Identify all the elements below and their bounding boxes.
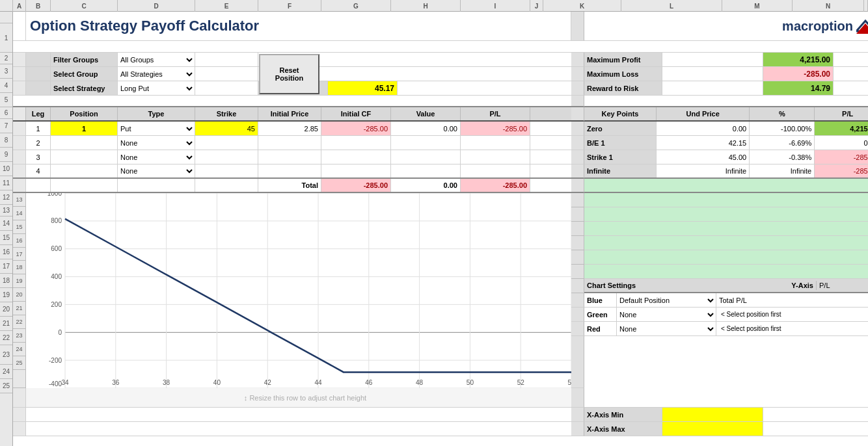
type3-cell[interactable]: NonePutCall: [118, 150, 195, 164]
col-d: D: [118, 0, 195, 12]
x-axis-max-label: X-Axis Max: [584, 422, 662, 436]
type3-select[interactable]: NonePutCall: [118, 153, 195, 162]
type-header: Type: [118, 107, 195, 120]
blue-left-dropdown[interactable]: Default Position: [617, 293, 716, 307]
col-j: J: [530, 0, 543, 12]
col-a: A: [13, 0, 26, 12]
total-value: 0.00: [391, 179, 461, 192]
reset-position-button[interactable]: ResetPosition: [259, 54, 319, 94]
select-group-select[interactable]: All Strategies: [118, 70, 195, 79]
reset-button-container[interactable]: ResetPosition: [258, 53, 321, 96]
chart-settings-header: Chart Settings Y-Axis P/L: [584, 279, 868, 293]
max-profit-label: Maximum Profit: [584, 53, 662, 66]
filter-groups-dropdown[interactable]: All Groups: [118, 53, 195, 66]
select-strategy-label: Select Strategy: [51, 81, 118, 95]
total-initial-cf: -285.00: [321, 179, 391, 192]
select-strategy-dropdown[interactable]: Long Put: [118, 81, 195, 95]
kp-be1-pl: 0.00: [815, 136, 868, 150]
blue-left-select[interactable]: Default Position: [617, 296, 716, 305]
leg2: 2: [26, 136, 51, 150]
green-right-select[interactable]: < Select position first: [718, 310, 868, 319]
red-right-dropdown[interactable]: < Select position first: [716, 322, 868, 335]
row-numbers: 1 2 3 4 5 6 7 8 9 10 11 12 13 14 15 16 1…: [0, 12, 13, 446]
key-points-headers: Key Points Und Price % P/L: [584, 107, 868, 122]
select-group-label: Select Group: [51, 67, 118, 81]
kp-infinite-pl: -285.00: [815, 164, 868, 177]
col-m: M: [722, 0, 793, 12]
chart-settings-title: Chart Settings: [584, 282, 783, 289]
stats-row3: Maximum Profit 4,215.00: [584, 53, 868, 67]
red-left-dropdown[interactable]: None: [617, 322, 716, 335]
initial-price-header: Initial Price: [258, 107, 321, 120]
x-axis-max-row: X-Axis Max: [584, 422, 868, 436]
chart-blue-row: Blue Default Position Total P/L: [584, 293, 868, 308]
strike-header: Strike: [195, 107, 258, 120]
x-axis-max-value[interactable]: [662, 422, 763, 436]
col-n: N: [793, 0, 864, 12]
blue-right-select[interactable]: Total P/L: [716, 296, 868, 305]
table-headers: Leg Position Type Strike Initial Price: [13, 107, 584, 122]
type2-select[interactable]: NonePutCall: [118, 138, 195, 148]
svg-text:600: 600: [51, 245, 62, 252]
green-right-dropdown[interactable]: < Select position first: [716, 308, 868, 321]
position1[interactable]: 1: [51, 122, 118, 135]
filter-groups-select[interactable]: All Groups: [118, 55, 195, 64]
kp-zero-pct: -100.00%: [750, 122, 815, 135]
reward-value: 14.79: [763, 81, 834, 95]
y-axis-dropdown[interactable]: P/L: [816, 281, 868, 290]
type4-select[interactable]: NonePutCall: [118, 166, 195, 176]
type1-cell[interactable]: PutCallNone: [118, 122, 195, 135]
value-header: Value: [391, 107, 461, 120]
type4-cell[interactable]: NonePutCall: [118, 164, 195, 177]
strike1[interactable]: 45: [195, 122, 258, 135]
initial-cf1: -285.00: [321, 122, 391, 135]
leg1: 1: [26, 122, 51, 135]
blue-right-dropdown[interactable]: Total P/L: [716, 293, 868, 307]
kp-strike1-label: Strike 1: [584, 150, 657, 164]
kp-strike1-pl: -285.00: [815, 150, 868, 164]
stats-row5: Reward to Risk 14.79: [584, 81, 868, 96]
max-loss-value: -285.00: [763, 67, 834, 81]
kp-infinite-und: Infinite: [657, 164, 750, 177]
underlying-value[interactable]: 45.17: [328, 81, 398, 95]
kp-pct-header: %: [750, 107, 815, 120]
row24: [13, 408, 584, 422]
macroption-logo: macroption: [782, 18, 868, 34]
col-i: I: [461, 0, 530, 12]
select-group-dropdown[interactable]: All Strategies: [118, 67, 195, 81]
corner-cell: [0, 0, 13, 12]
x-axis-min-value[interactable]: [662, 408, 763, 421]
kp-strike1-und: 45.00: [657, 150, 750, 164]
y-axis-select[interactable]: P/L: [817, 281, 868, 290]
kp-zero-und: 0.00: [657, 122, 750, 135]
row25: [13, 422, 584, 436]
col-l: L: [621, 0, 722, 12]
initial-price1: 2.85: [258, 122, 321, 135]
red-label: Red: [584, 322, 617, 335]
total-row: Total -285.00 0.00 -285.00: [13, 179, 584, 193]
max-profit-value: 4,215.00: [763, 53, 834, 66]
value1: 0.00: [391, 122, 461, 135]
x-axis-min-row: X-Axis Min: [584, 408, 868, 422]
column-headers: A B C D E F G H I J K L M N: [0, 0, 868, 12]
title-cell: Option Strategy Payoff Calculator: [26, 16, 571, 36]
red-right-select[interactable]: < Select position first: [718, 324, 868, 333]
svg-text:200: 200: [51, 301, 62, 308]
total-label: Total: [258, 179, 321, 192]
row2: [13, 41, 868, 53]
max-loss-label: Maximum Loss: [584, 67, 662, 81]
table-row-1: 1 1 PutCallNone 45 2.85: [13, 122, 584, 136]
green-left-select[interactable]: None: [617, 310, 716, 319]
position-header: Position: [51, 107, 118, 120]
red-left-select[interactable]: None: [617, 324, 716, 334]
type2-cell[interactable]: NonePutCall: [118, 136, 195, 150]
svg-text:46: 46: [365, 379, 373, 386]
reward-label: Reward to Risk: [584, 81, 662, 95]
select-strategy-select[interactable]: Long Put: [118, 84, 195, 93]
svg-text:52: 52: [517, 379, 525, 386]
green-left-dropdown[interactable]: None: [617, 308, 716, 321]
table-row-2: 2 NonePutCall: [13, 136, 584, 150]
type1-select[interactable]: PutCallNone: [118, 124, 195, 133]
spreadsheet: A B C D E F G H I J K L M N 1 2 3 4 5 6 …: [0, 0, 868, 446]
kp-row-zero: Zero 0.00 -100.00% 4,215.00: [584, 122, 868, 136]
